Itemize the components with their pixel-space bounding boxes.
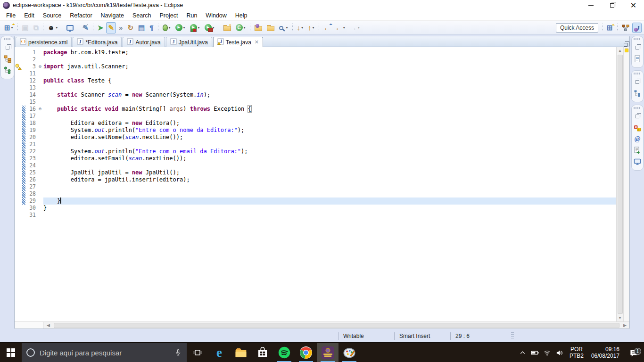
forward-button[interactable]: →▾ [348,22,362,33]
battery-icon[interactable] [529,349,541,356]
declaration-view-button[interactable] [632,145,643,156]
annotation-column-warning[interactable]: ! [15,63,22,70]
line-number[interactable]: 1 [25,49,37,56]
scroll-right-arrow[interactable]: ▶ [620,323,629,328]
last-edit-location-button[interactable]: ←✦ [322,22,332,33]
code-text[interactable] [43,212,616,219]
line-number[interactable]: 21 [25,141,37,148]
previous-annotation-button[interactable]: ↑▾ [306,22,316,33]
code-text[interactable]: } [43,205,616,212]
dropdown-arrow-icon[interactable]: ▾ [56,25,58,30]
line-number[interactable]: 30 [25,205,37,212]
window-minimize-button[interactable] [580,0,602,10]
code-text[interactable]: editora.setEmail(scan.nextLine()); [43,155,616,162]
code-editor[interactable]: 1package br.com.k19.teste;2!3⊕import jav… [15,47,629,321]
line-number[interactable]: 19 [25,127,37,134]
edge-taskbar-button[interactable]: e [208,343,230,362]
save-button[interactable]: ▣ [20,22,31,33]
code-text[interactable]: System.out.println("Entre com o nome da … [43,127,616,134]
clock[interactable]: 09:16 06/08/2017 [587,346,623,359]
dropdown-arrow-icon[interactable]: ▾ [244,25,246,30]
line-number[interactable]: 26 [25,176,37,183]
line-number[interactable]: 28 [25,190,37,197]
overview-ruler[interactable] [623,47,629,321]
tray-chevron-up-icon[interactable] [517,349,529,356]
quick-access-button[interactable]: Quick Access [556,23,598,33]
new-wizard-button[interactable]: ⊞✦▾ [2,22,15,33]
new-class-button[interactable]: C▾ [234,22,248,33]
dropdown-arrow-icon[interactable]: ▾ [198,25,200,30]
code-text[interactable]: static Scanner scan = new Scanner(System… [43,91,616,99]
code-text[interactable]: public class Teste { [43,77,616,84]
dropdown-arrow-icon[interactable]: ▾ [358,25,360,30]
code-text[interactable] [43,56,616,63]
run-button[interactable]: ▾ [173,22,187,33]
back-button[interactable]: ←▾ [333,22,347,33]
window-close-button[interactable]: ✕ [623,0,644,10]
code-text[interactable] [43,162,616,169]
fold-toggle-icon[interactable]: ⊕ [37,63,43,70]
stack-grip[interactable] [634,107,641,109]
code-text[interactable] [43,141,616,148]
open-type-button[interactable]: ▤ [136,22,147,33]
outline-view-button[interactable] [632,88,643,99]
stack-grip[interactable] [634,38,641,40]
code-text[interactable]: editora.setNome(scan.nextLine()); [43,134,616,141]
terminal-button[interactable] [65,22,75,33]
menu-edit[interactable]: Edit [20,11,39,20]
mark-occurrences-button[interactable]: ✎ [106,22,116,33]
task-view-button[interactable] [187,343,208,362]
code-text[interactable]: package br.com.k19.teste; [43,49,616,56]
microphone-icon[interactable] [174,349,182,356]
line-number[interactable]: 25 [25,169,37,176]
scroll-left-arrow[interactable]: ◀ [44,323,53,328]
menu-file[interactable]: File [2,11,20,20]
line-number[interactable]: 15 [25,99,37,106]
type-hierarchy-view-button[interactable] [2,65,13,75]
line-number[interactable]: 2 [25,56,37,63]
editor-tab-persistence-xml[interactable]: persistence.xml [16,37,72,47]
javaee-perspective-button[interactable] [620,23,631,33]
line-number[interactable]: 27 [25,183,37,190]
code-text[interactable] [43,183,616,190]
code-text[interactable] [43,113,616,120]
editor-tab-teste-java[interactable]: J!Teste.java✕ [213,37,263,47]
show-whitespace-button[interactable]: ¶ [148,22,155,33]
build-automatically-button[interactable]: ↻ [125,22,135,33]
code-text[interactable]: public static void main(String[] args) t… [43,106,616,113]
code-text[interactable]: JpaUtil jpaUtil = new JpaUtil(); [43,169,616,176]
code-text[interactable] [43,84,616,91]
menu-search[interactable]: Search [128,11,156,20]
line-number[interactable]: 11 [25,70,37,77]
run-external-tools-button[interactable]: ▾ [203,22,216,33]
line-number[interactable]: 13 [25,84,37,91]
action-center-button[interactable]: 1 [623,348,644,357]
stack-grip[interactable] [4,38,11,40]
dropdown-arrow-icon[interactable]: ▾ [183,25,185,30]
spotify-taskbar-button[interactable] [273,343,295,362]
menu-refactor[interactable]: Refactor [66,11,96,20]
problems-view-button[interactable] [632,123,643,133]
taskbar-search-box[interactable]: Digite aqui para pesquisar [22,343,187,362]
menu-source[interactable]: Source [39,11,66,20]
coverage-button[interactable]: ▾ [188,22,202,33]
chrome-taskbar-button[interactable] [295,343,317,362]
dropdown-arrow-icon[interactable]: ▾ [313,25,314,30]
store-taskbar-button[interactable] [252,343,273,362]
editor-tab-jpautil-java[interactable]: JJpaUtil.java [166,37,212,47]
line-number[interactable]: 3 [25,63,37,70]
console-view-button[interactable] [632,156,643,167]
menu-run[interactable]: Run [182,11,201,20]
editor-minimize-button[interactable] [616,45,620,45]
horizontal-scrollbar[interactable]: ◀ ▶ [15,321,629,329]
code-text[interactable]: System.out.println("Entre com o email da… [43,148,616,155]
eclipse-taskbar-button[interactable] [317,343,339,362]
dropdown-arrow-icon[interactable]: ▾ [286,25,288,30]
tab-close-icon[interactable]: ✕ [255,39,259,45]
start-button[interactable] [0,343,22,362]
restore-view-button[interactable] [632,77,643,87]
package-explorer-view-button[interactable] [2,54,13,64]
restore-view-button[interactable] [632,42,643,53]
fold-toggle-icon[interactable]: ⊖ [37,106,43,113]
line-number[interactable]: 17 [25,113,37,120]
